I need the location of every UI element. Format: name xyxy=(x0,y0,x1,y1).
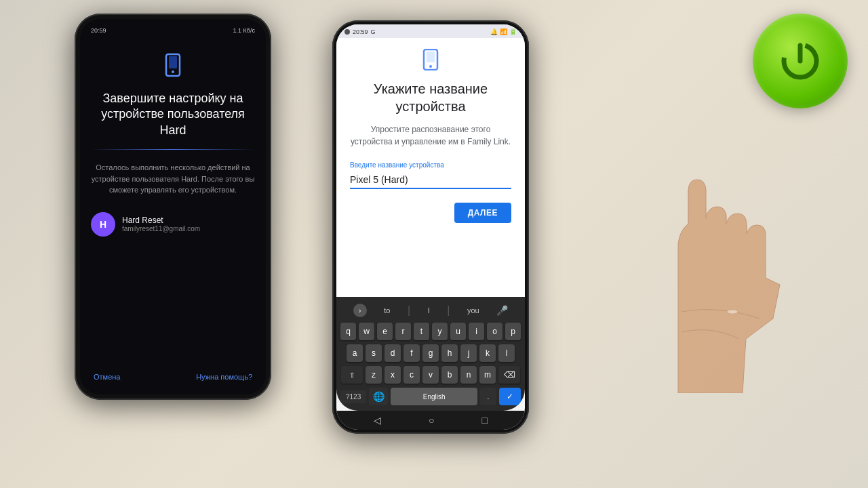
left-status: 20:59 G xyxy=(344,28,376,35)
key-row-1: q w e r t y u i o p xyxy=(340,323,521,340)
key-n[interactable]: n xyxy=(460,366,477,384)
device-name-input[interactable] xyxy=(350,171,511,189)
key-y[interactable]: y xyxy=(432,323,448,340)
key-j[interactable]: j xyxy=(460,344,477,362)
svg-point-7 xyxy=(429,65,432,68)
keyboard-suggestions: › to | I | you 🎤 xyxy=(339,301,522,320)
key-c[interactable]: c xyxy=(403,366,420,384)
key-q[interactable]: q xyxy=(340,323,356,340)
help-button-left[interactable]: Нужна помощь? xyxy=(196,373,252,381)
status-icons-right: 🔔📶🔋 xyxy=(490,28,517,35)
phone-right-title: Укажите название устройства xyxy=(350,80,511,115)
key-h[interactable]: h xyxy=(441,344,458,362)
user-email: familyreset11@gmail.com xyxy=(122,225,200,232)
status-bar-right: 20:59 G 🔔📶🔋 xyxy=(336,24,525,38)
globe-key[interactable]: 🌐 xyxy=(369,388,388,405)
scene: 20:59 1.1 Кб/с Завершите настройку на ус… xyxy=(0,0,868,488)
key-l[interactable]: l xyxy=(498,344,515,362)
power-button-decoration xyxy=(753,14,848,108)
key-g[interactable]: g xyxy=(422,344,439,362)
shift-key[interactable]: ⇧ xyxy=(341,366,363,384)
keyboard-section: › to | I | you 🎤 q w e r t xyxy=(336,297,525,411)
home-button[interactable]: ○ xyxy=(429,415,434,426)
suggestion-i[interactable]: I xyxy=(428,306,430,314)
key-b[interactable]: b xyxy=(441,366,458,384)
key-row-3: ⇧ z x c v b n m ⌫ xyxy=(340,366,521,384)
user-avatar: H xyxy=(91,212,115,237)
delete-key[interactable]: ⌫ xyxy=(498,366,520,384)
language-key[interactable]: English xyxy=(391,388,477,405)
key-k[interactable]: k xyxy=(479,344,496,362)
suggestion-you[interactable]: you xyxy=(467,306,479,314)
phone-right-subtitle: Упростите распознавание этого устройства… xyxy=(350,123,511,148)
status-time-left: 20:59 xyxy=(91,27,106,34)
phone-left: 20:59 1.1 Кб/с Завершите настройку на ус… xyxy=(75,14,271,400)
key-s[interactable]: s xyxy=(366,344,382,362)
mic-button[interactable]: 🎤 xyxy=(496,305,508,316)
phone-left-screen: 20:59 1.1 Кб/с Завершите настройку на ус… xyxy=(80,19,266,394)
key-i[interactable]: i xyxy=(469,323,484,340)
suggestion-divider1: | xyxy=(408,304,410,317)
key-f[interactable]: f xyxy=(403,344,420,362)
user-info: Hard Reset familyreset11@gmail.com xyxy=(122,216,200,232)
user-name: Hard Reset xyxy=(122,216,200,225)
suggestion-to[interactable]: to xyxy=(384,306,390,314)
back-button[interactable]: ◁ xyxy=(374,415,381,426)
svg-rect-3 xyxy=(169,56,177,68)
svg-point-8 xyxy=(727,310,738,314)
keyboard-rows: q w e r t y u i o p a s xyxy=(339,323,522,384)
phone-left-subtitle: Осталось выполнить несколько действий на… xyxy=(91,162,255,196)
key-m[interactable]: m xyxy=(479,366,496,384)
next-button[interactable]: ДАЛЕЕ xyxy=(454,203,511,223)
phone-right-screen: 20:59 G 🔔📶🔋 Укажите название у xyxy=(336,24,525,430)
device-icon-right xyxy=(420,49,441,70)
key-a[interactable]: a xyxy=(347,344,363,362)
num-key[interactable]: ?123 xyxy=(340,390,366,403)
suggestion-arrow[interactable]: › xyxy=(353,304,367,317)
suggestion-divider2: | xyxy=(447,304,450,317)
key-row-2: a s d f g h j k l xyxy=(340,344,521,362)
key-x[interactable]: x xyxy=(384,366,401,384)
hand-illustration xyxy=(624,108,827,393)
key-d[interactable]: d xyxy=(384,344,401,362)
power-icon xyxy=(776,37,824,85)
cancel-button-left[interactable]: Отмена xyxy=(94,373,120,381)
status-info-left: 1.1 Кб/с xyxy=(233,27,255,34)
user-card: H Hard Reset familyreset11@gmail.com xyxy=(91,212,255,237)
key-u[interactable]: u xyxy=(450,323,466,340)
key-v[interactable]: v xyxy=(422,366,439,384)
svg-point-4 xyxy=(172,70,174,73)
status-carrier: G xyxy=(371,28,376,35)
keyboard-bottom-row: ?123 🌐 English . ✓ xyxy=(339,388,522,405)
phone-right: 20:59 G 🔔📶🔋 Укажите название у xyxy=(332,20,529,434)
phone-left-footer: Отмена Нужна помощь? xyxy=(91,373,255,386)
divider xyxy=(91,149,255,150)
check-key[interactable]: ✓ xyxy=(499,388,521,405)
device-icon-left xyxy=(161,53,185,77)
key-o[interactable]: o xyxy=(487,323,502,340)
phone-right-content: Укажите название устройства Упростите ра… xyxy=(336,38,525,297)
recents-button[interactable]: □ xyxy=(482,415,488,426)
key-z[interactable]: z xyxy=(366,366,382,384)
key-w[interactable]: w xyxy=(359,323,374,340)
status-bar-left: 20:59 1.1 Кб/с xyxy=(91,27,255,34)
phone-left-content: Завершите настройку на устройстве пользо… xyxy=(91,39,255,373)
status-time-right: 20:59 xyxy=(353,28,368,35)
key-r[interactable]: r xyxy=(395,323,411,340)
phone-left-title: Завершите настройку на устройстве пользо… xyxy=(91,91,255,138)
key-p[interactable]: p xyxy=(505,323,521,340)
key-t[interactable]: t xyxy=(414,323,429,340)
nav-bar: ◁ ○ □ xyxy=(336,411,525,430)
input-label: Введите название устройства xyxy=(350,161,511,169)
svg-rect-6 xyxy=(427,52,435,62)
key-e[interactable]: e xyxy=(377,323,393,340)
status-dot xyxy=(344,29,350,35)
period-key[interactable]: . xyxy=(480,388,496,405)
